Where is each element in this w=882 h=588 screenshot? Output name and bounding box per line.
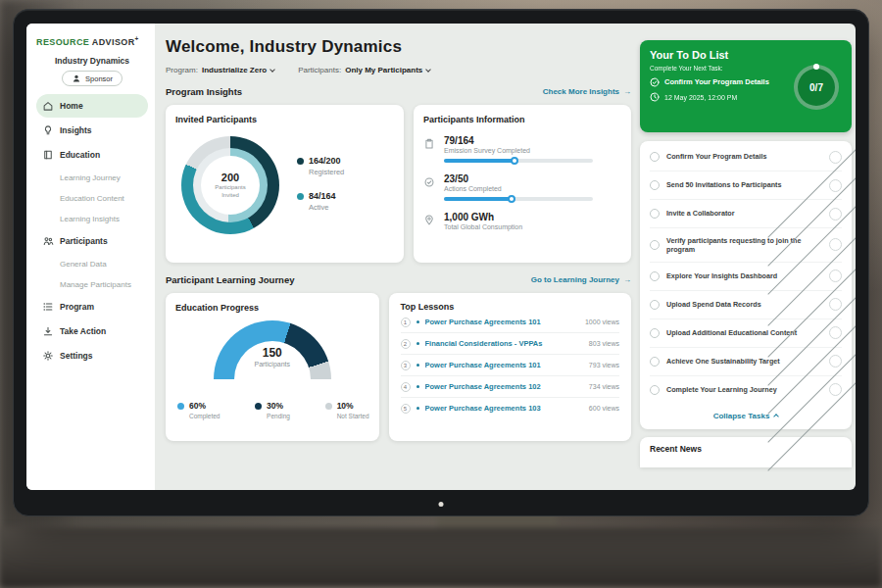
clipboard-icon [423, 135, 436, 163]
lesson-bullet-icon [416, 342, 419, 345]
lesson-bullet-icon [416, 407, 419, 410]
program-insights-header: Program Insights Check More Insights → [166, 86, 631, 97]
legend-item: 30% Pending [255, 401, 290, 419]
next-task: Confirm Your Program Details [650, 77, 777, 87]
sidebar-item-learning-insights[interactable]: Learning Insights [36, 209, 148, 228]
lesson-link[interactable]: Power Purchase Agreements 103 [425, 404, 583, 413]
lesson-bullet-icon [416, 320, 419, 323]
donut-center: 200 Participants Invited [201, 156, 260, 215]
chevron-right-icon[interactable] [829, 298, 842, 311]
lightbulb-icon [42, 124, 54, 136]
main-content: Welcome, Industry Dynamics Program: Indu… [155, 24, 631, 490]
learning-cards-row: Education Progress 150 Participants 60% [166, 293, 631, 441]
lesson-rank: 1 [401, 318, 411, 327]
checkbox-icon[interactable] [650, 328, 660, 338]
legend-item: 84/164 Active [297, 191, 344, 212]
lesson-row[interactable]: 4 Power Purchase Agreements 102 734 view… [401, 376, 619, 398]
legend-dot [255, 403, 262, 410]
chevron-down-icon [425, 67, 431, 73]
section-title: Participant Learning Journey [166, 274, 294, 285]
download-icon [42, 325, 54, 337]
chevron-right-icon[interactable] [829, 383, 842, 396]
filters-bar: Program: Industrialize Zero Participants… [166, 66, 631, 74]
chevron-right-icon[interactable] [829, 270, 842, 282]
lesson-rank: 3 [401, 361, 411, 370]
arrow-right-icon: → [623, 87, 631, 96]
sidebar-item-insights[interactable]: Insights [36, 119, 148, 142]
sidebar: RESOURCE ADVISOR+ Industry Dynamics Spon… [26, 24, 155, 490]
lesson-row[interactable]: 2 Financial Considerations - VPPAs 803 v… [401, 333, 619, 355]
chevron-right-icon[interactable] [829, 326, 842, 339]
recent-news-card: Recent News [640, 437, 852, 467]
lesson-views: 600 views [589, 405, 619, 412]
page-title: Welcome, Industry Dynamics [166, 37, 631, 57]
lesson-row[interactable]: 3 Power Purchase Agreements 101 793 view… [401, 355, 619, 376]
sidebar-item-take-action[interactable]: Take Action [36, 319, 148, 343]
lesson-rank: 4 [401, 382, 411, 392]
legend-item: 10% Not Started [325, 401, 369, 419]
section-title: Program Insights [166, 86, 242, 97]
chevron-right-icon[interactable] [829, 179, 842, 192]
todo-progress-ring: 0/7 [794, 65, 839, 110]
checkbox-icon[interactable] [650, 271, 660, 281]
desk [0, 527, 882, 588]
sidebar-item-general-data[interactable]: General Data [36, 254, 148, 273]
chevron-right-icon[interactable] [829, 151, 842, 164]
check-circle-icon [423, 173, 436, 201]
lesson-views: 803 views [589, 340, 619, 347]
top-lessons-card: Top Lessons 1 Power Purchase Agreements … [389, 293, 631, 441]
sidebar-item-home[interactable]: Home [36, 94, 148, 118]
lesson-views: 1000 views [585, 318, 619, 325]
lesson-link[interactable]: Power Purchase Agreements 101 [425, 361, 583, 369]
go-to-learning-journey-link[interactable]: Go to Learning Journey → [531, 275, 631, 284]
checkbox-icon[interactable] [650, 385, 660, 395]
participants-filter-dropdown[interactable]: Participants: Only My Participants [298, 66, 430, 74]
book-icon [42, 149, 54, 161]
sidebar-item-manage-participants[interactable]: Manage Participants [36, 274, 148, 294]
app-window: RESOURCE ADVISOR+ Industry Dynamics Spon… [26, 24, 856, 490]
list-icon [42, 301, 54, 313]
donut-legend: 164/200 Registered 84/164 Active [297, 156, 344, 212]
sidebar-item-participants[interactable]: Participants [36, 229, 148, 253]
sidebar-item-settings[interactable]: Settings [36, 344, 148, 368]
check-more-insights-link[interactable]: Check More Insights → [543, 87, 631, 96]
lesson-row[interactable]: 1 Power Purchase Agreements 101 1000 vie… [401, 312, 619, 333]
sidebar-item-education[interactable]: Education [36, 143, 148, 167]
lesson-row[interactable]: 5 Power Purchase Agreements 103 600 view… [401, 398, 619, 418]
arrow-right-icon: → [623, 275, 631, 284]
lesson-link[interactable]: Power Purchase Agreements 102 [425, 382, 583, 391]
sidebar-item-learning-journey[interactable]: Learning Journey [36, 168, 148, 187]
education-progress-card: Education Progress 150 Participants 60% [166, 293, 379, 441]
recent-news-title: Recent News [650, 444, 702, 454]
legend-item: 164/200 Registered [297, 156, 344, 176]
task-row-confirm-program[interactable]: Confirm Your Program Details [650, 143, 842, 172]
sponsor-badge: Sponsor [62, 71, 122, 86]
scene: RESOURCE ADVISOR+ Industry Dynamics Spon… [0, 0, 882, 588]
lesson-link[interactable]: Financial Considerations - VPPAs [425, 339, 583, 348]
legend-item: 60% Completed [177, 401, 220, 419]
checkbox-icon[interactable] [650, 209, 660, 219]
chevron-right-icon[interactable] [829, 238, 842, 251]
stat-row: 79/164 Emission Survey Completed [423, 135, 621, 163]
sidebar-item-program[interactable]: Program [36, 295, 148, 318]
checkbox-icon[interactable] [650, 357, 660, 367]
todo-title: Your To Do List [650, 49, 842, 61]
checkbox-icon[interactable] [650, 240, 660, 250]
checkbox-icon[interactable] [650, 152, 660, 162]
checkbox-icon[interactable] [650, 180, 660, 190]
lesson-bullet-icon [416, 385, 419, 388]
lesson-rank: 2 [401, 339, 411, 349]
chevron-right-icon[interactable] [829, 355, 842, 368]
checkbox-icon[interactable] [650, 300, 660, 310]
lesson-views: 793 views [589, 362, 619, 368]
lesson-link[interactable]: Power Purchase Agreements 101 [425, 318, 579, 326]
lesson-rank: 5 [401, 404, 411, 414]
stat-row: 23/50 Actions Completed [423, 173, 621, 201]
program-filter-dropdown[interactable]: Program: Industrialize Zero [166, 66, 274, 74]
chevron-right-icon[interactable] [829, 208, 842, 220]
sponsor-person-icon [72, 74, 81, 83]
card-title: Invited Participants [175, 115, 394, 124]
progress-track [444, 197, 593, 201]
org-name: Industry Dynamics [36, 56, 148, 66]
sidebar-item-education-content[interactable]: Education Content [36, 188, 148, 208]
